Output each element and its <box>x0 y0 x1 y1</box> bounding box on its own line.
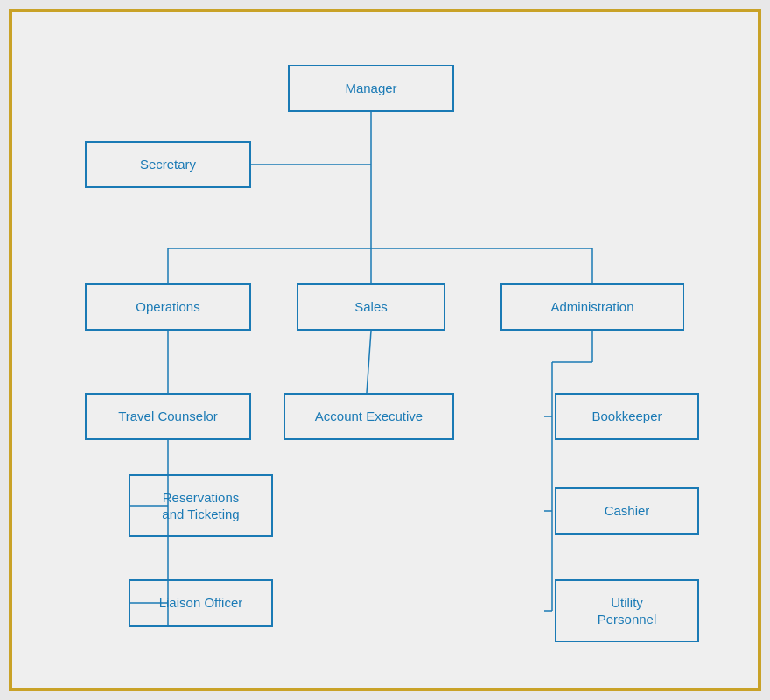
sales-node: Sales <box>297 284 445 331</box>
utility-personnel-node: Utility Personnel <box>555 579 699 642</box>
account-executive-node: Account Executive <box>284 393 454 440</box>
operations-node: Operations <box>85 284 251 331</box>
svg-line-9 <box>367 331 371 393</box>
manager-node: Manager <box>288 65 454 112</box>
reservations-node: Reservations and Ticketing <box>129 474 273 537</box>
liaison-officer-node: Liaison Officer <box>129 579 273 626</box>
cashier-node: Cashier <box>555 487 699 535</box>
travel-counselor-node: Travel Counselor <box>85 393 251 440</box>
chart-container: Manager Secretary Operations Sales Admin… <box>9 9 761 691</box>
bookkeeper-node: Bookkeeper <box>555 393 699 440</box>
administration-node: Administration <box>500 284 684 331</box>
secretary-node: Secretary <box>85 141 251 188</box>
